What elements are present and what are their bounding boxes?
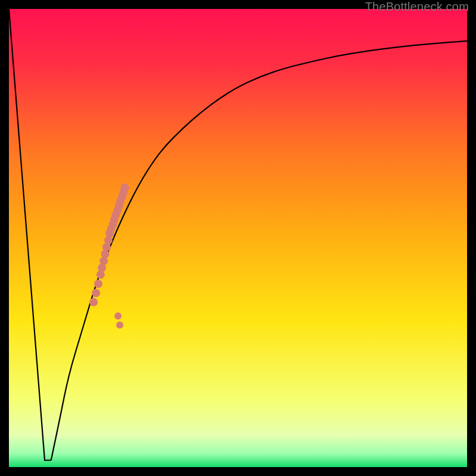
gradient-background	[9, 9, 467, 467]
marker-dot	[114, 312, 121, 320]
attribution-text: TheBottleneck.com	[365, 0, 469, 14]
marker-dot	[104, 236, 112, 245]
marker-dot	[99, 257, 108, 265]
marker-dot	[121, 183, 129, 192]
marker-dot	[116, 321, 123, 328]
marker-dot	[92, 289, 100, 297]
bottleneck-chart	[9, 9, 467, 467]
marker-dot	[94, 280, 102, 288]
marker-dot	[89, 298, 98, 306]
chart-frame: TheBottleneck.com	[0, 0, 476, 476]
